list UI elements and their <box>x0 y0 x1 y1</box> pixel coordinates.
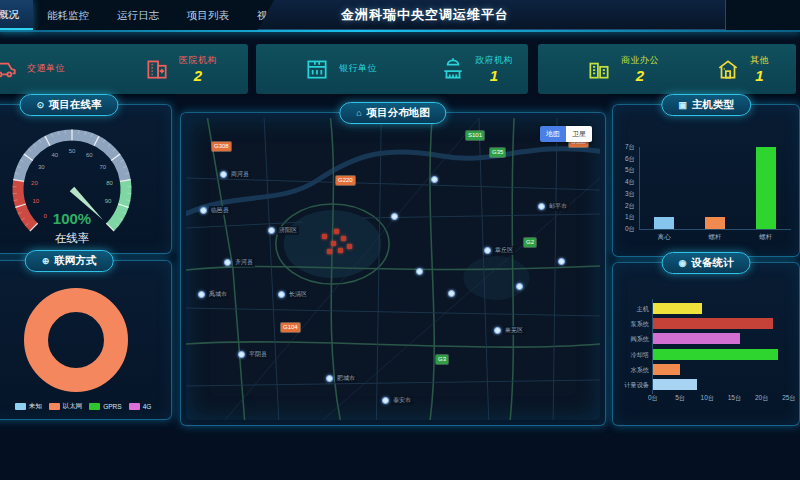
x-tick-label: 20台 <box>750 394 774 403</box>
row-label: 冷却塔 <box>615 351 649 360</box>
map-marker-label: 章丘区 <box>493 246 515 255</box>
road-shield: G104 <box>281 323 300 332</box>
map-marker[interactable]: 邹平市 <box>538 202 569 211</box>
map-markers-layer: G308G308G220S101G35G2G104G3商河县临邑县济阳区齐河县禹… <box>186 118 600 420</box>
top-navbar: 概况能耗监控运行日志项目列表视频监控 金洲科瑞中央空调运维平台 <box>0 0 800 30</box>
bar-水系统 <box>653 364 680 375</box>
map-marker-dot[interactable] <box>448 290 455 297</box>
map-marker-dot[interactable] <box>391 213 398 220</box>
svg-text:50: 50 <box>69 148 76 154</box>
legend-label: 4G <box>143 403 152 410</box>
road-shield: G35 <box>490 148 505 157</box>
map-marker[interactable]: 肥城市 <box>326 374 357 383</box>
map-icon: ⌂ <box>356 108 361 118</box>
office-icon <box>586 56 612 82</box>
map-marker[interactable]: 临邑县 <box>200 206 231 215</box>
legend-item-4G[interactable]: 4G <box>129 402 152 411</box>
map-marker-dot <box>198 291 205 298</box>
map-marker[interactable]: 长清区 <box>278 290 309 299</box>
road-shield: G308 <box>212 142 231 151</box>
map-marker-red[interactable] <box>347 244 352 249</box>
bar-螺杆 <box>756 147 776 229</box>
map-marker-red[interactable] <box>334 229 339 234</box>
stat-label: 商业办公 <box>621 54 659 67</box>
svg-text:40: 40 <box>51 152 58 158</box>
x-tick-label: 25台 <box>777 394 800 403</box>
map-marker-dot[interactable] <box>558 258 565 265</box>
svg-text:30: 30 <box>38 164 45 170</box>
svg-text:60: 60 <box>86 152 93 158</box>
stats-card-2: 银行单位政府机构1 <box>256 44 528 94</box>
stat-value: 1 <box>750 68 769 84</box>
svg-text:90: 90 <box>105 198 112 204</box>
map-marker[interactable]: 泰安市 <box>382 396 413 405</box>
map-marker-dot[interactable] <box>516 283 523 290</box>
stat-value: 2 <box>179 68 217 84</box>
x-category-label: 螺杆 <box>746 233 786 242</box>
map-button-地图[interactable]: 地图 <box>540 126 566 142</box>
map-marker[interactable]: 禹城市 <box>198 290 229 299</box>
map-marker-red[interactable] <box>322 234 327 239</box>
row-label: 主机 <box>615 305 649 314</box>
y-tick-label: 0台 <box>613 225 635 234</box>
gauge-icon: ⊙ <box>36 100 44 110</box>
legend-item-以太网[interactable]: 以太网 <box>49 402 83 411</box>
map-canvas[interactable]: G308G308G220S101G35G2G104G3商河县临邑县济阳区齐河县禹… <box>186 118 600 420</box>
panel-title-text: 主机类型 <box>692 98 734 110</box>
map-marker-red[interactable] <box>331 241 336 246</box>
legend-item-未知[interactable]: 未知 <box>15 402 42 411</box>
tab-4[interactable]: 项目列表 <box>173 1 243 29</box>
panel-device-stats-title: ◉设备统计 <box>662 252 751 274</box>
map-marker[interactable]: 济阳区 <box>268 226 299 235</box>
row-label: 阀系统 <box>615 335 649 344</box>
network-icon: ⊕ <box>42 256 50 266</box>
tab-3[interactable]: 运行日志 <box>103 1 173 29</box>
map-marker-dot[interactable] <box>416 268 423 275</box>
stat-label: 政府机构 <box>475 54 513 67</box>
map-marker-red[interactable] <box>341 236 346 241</box>
map-marker[interactable]: 平阴县 <box>238 350 269 359</box>
panel-online-rate-title: ⊙项目在线率 <box>19 94 118 116</box>
map-marker[interactable]: 章丘区 <box>484 246 515 255</box>
tab-1[interactable]: 概况 <box>0 0 33 30</box>
panel-online-rate: ⊙项目在线率 0102030405060708090100%在线率 <box>0 104 172 254</box>
tab-2[interactable]: 能耗监控 <box>33 1 103 29</box>
svg-text:10: 10 <box>33 198 40 204</box>
stat-item: 政府机构1 <box>392 54 528 84</box>
government-icon <box>440 56 466 82</box>
stat-texts: 商业办公2 <box>621 54 659 84</box>
stat-item: 银行单位 <box>256 56 392 82</box>
stat-item: 交通单位 <box>0 56 96 82</box>
stat-value: 1 <box>475 68 513 84</box>
panel-project-map-title: ⌂项目分布地图 <box>339 102 446 124</box>
online-rate-gauge: 0102030405060708090100%在线率 <box>0 117 157 257</box>
stat-label: 交通单位 <box>27 62 65 75</box>
map-marker-label: 泰安市 <box>391 396 413 405</box>
map-marker-dot[interactable] <box>431 176 438 183</box>
svg-text:0: 0 <box>43 213 47 219</box>
map-marker-red[interactable] <box>327 249 332 254</box>
map-marker-label: 济阳区 <box>277 226 299 235</box>
map-marker-red[interactable] <box>338 248 343 253</box>
stats-icon: ◉ <box>679 258 687 268</box>
map-layer-switch: 地图卫星 <box>540 126 592 142</box>
svg-text:80: 80 <box>106 180 113 186</box>
map-button-卫星[interactable]: 卫星 <box>566 126 592 142</box>
house-icon <box>715 56 741 82</box>
bar-阀系统 <box>653 333 740 344</box>
stat-texts: 交通单位 <box>27 62 65 76</box>
y-tick-label: 6台 <box>613 155 635 164</box>
panel-device-stats: ◉设备统计 主机泵系统阀系统冷却塔水系统计量设备0台5台10台15台20台25台 <box>612 262 800 426</box>
map-marker-dot <box>200 207 207 214</box>
y-tick-label: 7台 <box>613 143 635 152</box>
row-label: 泵系统 <box>615 320 649 329</box>
map-marker-label: 邹平市 <box>547 202 569 211</box>
map-marker[interactable]: 商河县 <box>220 170 251 179</box>
panel-host-type: ▣主机类型 0台1台2台3台4台5台6台7台离心螺杆螺杆 <box>612 104 800 257</box>
map-marker[interactable]: 齐河县 <box>224 258 255 267</box>
legend-item-GPRS[interactable]: GPRS <box>89 402 121 411</box>
legend-swatch <box>15 403 26 410</box>
x-category-label: 螺杆 <box>695 233 735 242</box>
map-marker[interactable]: 莱芜区 <box>494 326 525 335</box>
stats-card-3: 商业办公2其他1 <box>538 44 796 94</box>
